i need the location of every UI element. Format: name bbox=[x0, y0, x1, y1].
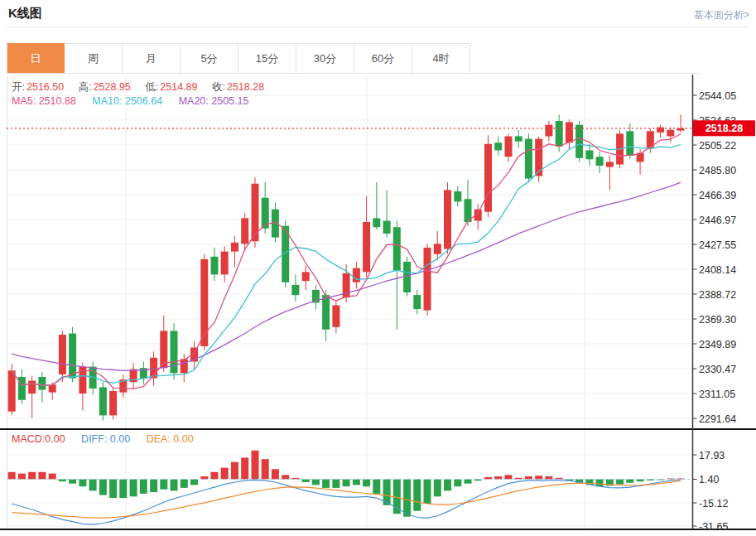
macd-bar bbox=[363, 480, 370, 487]
tab-4hour[interactable]: 4时 bbox=[412, 43, 470, 73]
macd-bar bbox=[140, 480, 147, 494]
candle-body bbox=[221, 252, 229, 275]
header: K线图 基本面分析> bbox=[7, 0, 749, 27]
macd-bar bbox=[18, 474, 26, 480]
macd-bar bbox=[69, 480, 76, 484]
macd-bar bbox=[211, 472, 219, 480]
macd-tick-label: 17.93 bbox=[699, 450, 725, 461]
dea-label: DEA: bbox=[147, 433, 171, 445]
macd-bar bbox=[8, 472, 16, 480]
kline-chart-page: { "header": { "title": "K线图", "link": "基… bbox=[0, 0, 756, 536]
macd-bar bbox=[535, 476, 542, 479]
macd-bar bbox=[596, 480, 604, 487]
timeframe-tabs: 日 周 月 5分 15分 30分 60分 4时 bbox=[7, 43, 700, 74]
candle-body bbox=[69, 334, 76, 379]
candle-body bbox=[606, 162, 614, 167]
macd-legend: MACD:0.00 DIFF: 0.00 DEA: 0.00 bbox=[12, 433, 207, 445]
macd-bar bbox=[332, 480, 339, 488]
macd-bar bbox=[181, 480, 188, 488]
macd-bar bbox=[626, 480, 633, 483]
ma10-value: 2506.64 bbox=[125, 95, 162, 107]
candle-body bbox=[545, 125, 552, 137]
last-price-badge: 2518.28 bbox=[693, 120, 755, 136]
candle-body bbox=[272, 210, 279, 238]
price-tick-label: 2349.89 bbox=[699, 339, 736, 350]
candle-body bbox=[403, 262, 411, 292]
candle-body bbox=[515, 137, 522, 142]
candle-body bbox=[302, 272, 310, 281]
candle-body bbox=[353, 268, 360, 282]
ma20-label: MA20: bbox=[179, 95, 209, 107]
macd-bar bbox=[434, 480, 441, 497]
ohlc-legend: 开:2516.50 高:2528.95 低:2514.89 收:2518.28 bbox=[12, 80, 276, 94]
candle-body bbox=[109, 391, 117, 415]
tab-week[interactable]: 周 bbox=[65, 43, 123, 73]
macd-bar bbox=[465, 480, 472, 484]
price-tick-label: 2485.80 bbox=[699, 165, 736, 176]
macd-bar bbox=[99, 480, 107, 495]
candle-body bbox=[393, 227, 401, 271]
ma5-value: 2510.88 bbox=[39, 95, 76, 107]
tab-60min[interactable]: 60分 bbox=[354, 43, 412, 73]
price-tick-label: 2330.47 bbox=[699, 364, 736, 375]
candle-body bbox=[535, 139, 542, 176]
candle-body bbox=[291, 285, 299, 295]
macd-bar bbox=[38, 472, 46, 480]
candle-body bbox=[626, 131, 633, 155]
candle-body bbox=[494, 142, 502, 150]
macd-value: 0.00 bbox=[45, 433, 65, 445]
macd-bar bbox=[413, 480, 421, 511]
candle-body bbox=[667, 130, 674, 137]
macd-bar bbox=[262, 459, 269, 479]
ma20-value: 2505.15 bbox=[211, 95, 248, 107]
price-tick-label: 2466.39 bbox=[699, 190, 736, 201]
ma-legend: MA5: 2510.88 MA10: 2506.64 MA20: 2505.15 bbox=[12, 95, 262, 107]
candle-body bbox=[252, 184, 259, 242]
macd-bar bbox=[79, 480, 86, 487]
close-value: 2518.28 bbox=[227, 81, 264, 93]
tab-15min[interactable]: 15分 bbox=[238, 43, 296, 73]
candle-body bbox=[49, 384, 56, 392]
macd-bar bbox=[616, 480, 624, 485]
macd-bar bbox=[353, 480, 360, 485]
tab-30min[interactable]: 30分 bbox=[296, 43, 354, 73]
candle-body bbox=[484, 144, 492, 212]
candle-body bbox=[424, 248, 431, 311]
candle-body bbox=[18, 377, 26, 400]
candle-body bbox=[373, 218, 380, 227]
macd-bar bbox=[454, 480, 461, 487]
macd-bar bbox=[130, 480, 137, 497]
diff-value: 0.00 bbox=[110, 433, 130, 445]
tab-5min[interactable]: 5分 bbox=[181, 43, 238, 73]
price-tick-label: 2505.22 bbox=[699, 140, 736, 152]
candle-body bbox=[241, 218, 248, 244]
low-label: 低: bbox=[145, 81, 158, 93]
macd-bar bbox=[160, 480, 167, 490]
ma5-label: MA5: bbox=[12, 95, 36, 107]
macd-bar bbox=[312, 480, 320, 485]
candle-body bbox=[59, 335, 66, 374]
macd-bar bbox=[200, 476, 208, 480]
candle-body bbox=[434, 244, 441, 254]
chart-area: 2544.052524.632505.222485.802466.392446.… bbox=[0, 73, 756, 536]
candle-body bbox=[383, 221, 391, 234]
macd-bar bbox=[190, 480, 198, 485]
price-tick-label: 2427.55 bbox=[699, 239, 736, 251]
macd-bar bbox=[241, 457, 248, 479]
candle-body bbox=[28, 381, 36, 394]
kline-chart-canvas[interactable]: 2544.052524.632505.222485.802466.392446.… bbox=[0, 73, 756, 536]
tab-day[interactable]: 日 bbox=[7, 43, 65, 73]
candle-body bbox=[444, 190, 451, 249]
tab-month[interactable]: 月 bbox=[123, 43, 181, 73]
price-tick-label: 2544.05 bbox=[699, 90, 736, 102]
candle-body bbox=[575, 125, 583, 158]
fundamental-analysis-link[interactable]: 基本面分析> bbox=[694, 8, 749, 22]
candle-body bbox=[99, 387, 107, 415]
last-price-badge-value: 2518.28 bbox=[705, 123, 743, 134]
macd-tick-label: -15.12 bbox=[699, 498, 728, 509]
candle-body bbox=[322, 295, 330, 330]
kline-panel: K线图 基本面分析> 日 周 月 5分 15分 30分 60分 4时 2544.… bbox=[0, 0, 756, 536]
candle-body bbox=[171, 331, 178, 373]
macd-tick-label: -31.65 bbox=[699, 521, 728, 533]
macd-bar bbox=[424, 480, 431, 505]
